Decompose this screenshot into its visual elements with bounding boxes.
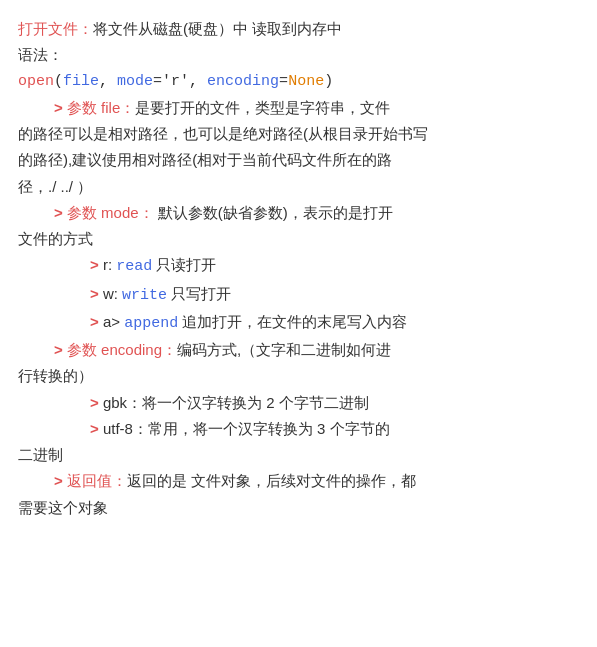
param-encoding-line2: 行转换的） [18, 363, 579, 389]
mode-option-w: > w: write 只写打开 [18, 281, 579, 309]
param-file-line1: > 参数 file：是要打开的文件，类型是字符串，文件 [18, 95, 579, 121]
arrow-gbk: > [90, 394, 103, 411]
param-encoding-desc1: 编码方式,（文字和二进制如何进 [177, 341, 391, 358]
param-file-line2: 的路径可以是相对路径，也可以是绝对路径(从根目录开始书写 [18, 121, 579, 147]
param-file-desc-start: 是要打开的文件，类型是字符串，文件 [135, 99, 390, 116]
param-file: file [63, 73, 99, 90]
arrow-w: > [90, 285, 103, 302]
param-encoding-label: 参数 encoding： [67, 341, 177, 358]
header-line1: 打开文件：将文件从磁盘(硬盘）中 读取到内存中 [18, 16, 579, 42]
mode-w-key: w: [103, 285, 122, 302]
param-mode-line2: 文件的方式 [18, 226, 579, 252]
param-file-label: 参数 file： [67, 99, 135, 116]
encoding-option-gbk: > gbk：将一个汉字转换为 2 个字节二进制 [18, 390, 579, 416]
mode-a-key: a> [103, 313, 124, 330]
header-content: 将文件从磁盘(硬盘）中 读取到内存中 [93, 20, 342, 37]
param-file-line3: 的路径),建议使用相对路径(相对于当前代码文件所在的路 [18, 147, 579, 173]
param-encoding-line1: > 参数 encoding：编码方式,（文字和二进制如何进 [18, 337, 579, 363]
return-line1: > 返回值：返回的是 文件对象，后续对文件的操作，都 [18, 468, 579, 494]
arrow-mode: > [54, 204, 67, 221]
mode-r-key: r: [103, 256, 116, 273]
keyword-append: append [124, 315, 178, 332]
main-content: 打开文件：将文件从磁盘(硬盘）中 读取到内存中 语法： open(file, m… [18, 16, 579, 521]
encoding-utf8-desc: utf-8：常用，将一个汉字转换为 3 个字节的 [103, 420, 390, 437]
return-line2: 需要这个对象 [18, 495, 579, 521]
param-mode-line1: > 参数 mode： 默认参数(缺省参数)，表示的是打开 [18, 200, 579, 226]
arrow-return: > [54, 472, 67, 489]
arrow-utf8: > [90, 420, 103, 437]
return-desc1: 返回的是 文件对象，后续对文件的操作，都 [127, 472, 416, 489]
mode-a-desc: 追加打开，在文件的末尾写入内容 [178, 313, 407, 330]
encoding-option-utf8-line1: > utf-8：常用，将一个汉字转换为 3 个字节的 [18, 416, 579, 442]
code-params: ( [54, 73, 63, 90]
func-name: open [18, 73, 54, 90]
param-file-line4: 径，./ ../ ） [18, 174, 579, 200]
param-mode: mode [117, 73, 153, 90]
param-encoding: encoding [207, 73, 279, 90]
return-label: 返回值： [67, 472, 127, 489]
param-mode-label: 参数 mode： [67, 204, 158, 221]
param-none: None [288, 73, 324, 90]
mode-option-a: > a> append 追加打开，在文件的末尾写入内容 [18, 309, 579, 337]
encoding-gbk-key: gbk：将一个汉字转换为 2 个字节二进制 [103, 394, 369, 411]
encoding-option-utf8-line2: 二进制 [18, 442, 579, 468]
keyword-write: write [122, 287, 167, 304]
arrow-a: > [90, 313, 103, 330]
arrow-r: > [90, 256, 103, 273]
header-line2: 语法： [18, 42, 579, 68]
mode-r-desc: 只读打开 [152, 256, 216, 273]
mode-w-desc: 只写打开 [167, 285, 231, 302]
keyword-read: read [116, 258, 152, 275]
arrow-encoding: > [54, 341, 67, 358]
code-line: open(file, mode='r', encoding=None) [18, 69, 579, 95]
param-mode-desc1: 默认参数(缺省参数)，表示的是打开 [158, 204, 393, 221]
mode-option-r: > r: read 只读打开 [18, 252, 579, 280]
arrow-file: > [54, 99, 67, 116]
header-prefix: 打开文件： [18, 20, 93, 37]
